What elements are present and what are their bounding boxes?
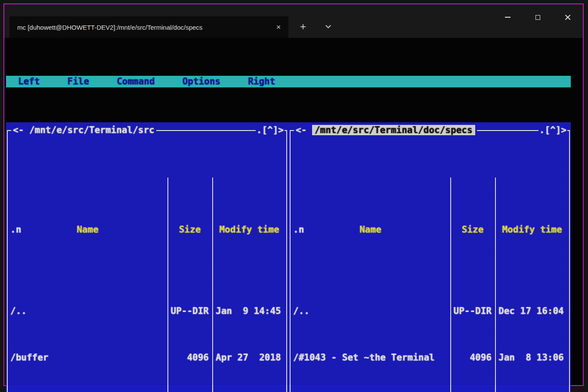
right-panel-directory: /mnt/e/src/Terminal/doc/specs (312, 125, 475, 135)
sort-indicator: .n (293, 224, 304, 236)
menu-bar: Left File Command Options Right (6, 76, 571, 87)
menu-item[interactable]: File (68, 76, 90, 87)
right-column-headers: .nName Size Modify time (291, 224, 569, 236)
name-column-header[interactable]: .nName (8, 224, 167, 236)
left-panel: <- /mnt/e/src/Terminal/src .[^]> .nName … (7, 130, 287, 392)
maximize-icon (535, 15, 540, 20)
history-back-arrow[interactable]: <- (296, 125, 312, 135)
history-back-arrow[interactable]: <- (13, 125, 29, 135)
menu-item[interactable]: Left (18, 76, 40, 87)
terminal-screen: Left File Command Options Right <- /mnt/… (4, 38, 583, 385)
plus-icon: + (300, 21, 306, 33)
file-size: 4096 (450, 352, 495, 364)
terminal-window: mc [duhowett@DHOWETT-DEV2]:/mnt/e/src/Te… (3, 3, 584, 386)
left-panel-body: .nName Size Modify time /.. UP--DIR Jan … (8, 177, 286, 392)
tab-title: mc [duhowett@DHOWETT-DEV2]:/mnt/e/src/Te… (17, 24, 272, 31)
left-file-list: /.. UP--DIR Jan 9 14:45 /buffer 4096 Apr… (8, 259, 286, 392)
file-row[interactable]: /.. UP--DIR Dec 17 16:04 (291, 305, 569, 317)
left-panel-path[interactable]: <- /mnt/e/src/Terminal/src (11, 124, 156, 136)
file-size: UP--DIR (450, 305, 495, 317)
file-modify-time: Dec 17 16:04 (495, 305, 569, 317)
file-name: /.. (291, 305, 450, 317)
right-file-list: /.. UP--DIR Dec 17 16:04 /#1043 - Set ~t… (291, 259, 569, 392)
tab-close-icon[interactable]: × (272, 21, 285, 34)
size-column-header[interactable]: Size (167, 224, 212, 236)
file-modify-time: Jan 9 14:45 (212, 305, 286, 317)
modify-column-header[interactable]: Modify time (495, 224, 569, 236)
file-modify-time: Jan 8 13:06 (495, 352, 569, 364)
right-panel: <- /mnt/e/src/Terminal/doc/specs .[^]> .… (290, 130, 570, 392)
close-button[interactable]: × (553, 4, 583, 30)
terminal-tab[interactable]: mc [duhowett@DHOWETT-DEV2]:/mnt/e/src/Te… (9, 16, 288, 38)
panels-region: <- /mnt/e/src/Terminal/src .[^]> .nName … (6, 122, 571, 392)
file-row[interactable]: /#1043 - Set ~the Terminal 4096 Jan 8 13… (291, 352, 569, 364)
maximize-button[interactable] (523, 4, 553, 30)
menu-item[interactable]: Options (183, 76, 221, 87)
menu-item[interactable]: Right (248, 76, 275, 87)
name-column-header[interactable]: .nName (291, 224, 450, 236)
file-name: /#1043 - Set ~the Terminal (291, 352, 450, 364)
sort-indicator: .n (10, 224, 21, 236)
file-row[interactable]: /.. UP--DIR Jan 9 14:45 (8, 305, 286, 317)
minimize-icon (505, 17, 511, 18)
window-controls: × (492, 4, 583, 30)
file-name: /buffer (8, 352, 167, 364)
left-panel-up-button[interactable]: .[^]> (256, 124, 285, 136)
chevron-down-icon (325, 23, 331, 28)
size-column-header[interactable]: Size (450, 224, 495, 236)
new-tab-button[interactable]: + (296, 20, 310, 34)
column-divider (212, 177, 213, 392)
file-modify-time: Apr 27 2018 (212, 352, 286, 364)
close-icon: × (564, 12, 572, 22)
column-divider (495, 177, 496, 392)
modify-column-header[interactable]: Modify time (212, 224, 286, 236)
file-row[interactable]: /buffer 4096 Apr 27 2018 (8, 352, 286, 364)
file-name: /.. (8, 305, 167, 317)
file-size: UP--DIR (167, 305, 212, 317)
column-divider (450, 177, 451, 392)
menu-item[interactable]: Command (117, 76, 155, 87)
column-divider (167, 177, 168, 392)
tab-dropdown-button[interactable] (321, 20, 335, 34)
minimize-button[interactable] (492, 4, 523, 30)
titlebar: mc [duhowett@DHOWETT-DEV2]:/mnt/e/src/Te… (4, 4, 583, 38)
file-size: 4096 (167, 352, 212, 364)
right-panel-body: .nName Size Modify time /.. UP--DIR Dec … (291, 177, 569, 392)
left-panel-directory: /mnt/e/src/Terminal/src (29, 125, 155, 135)
right-panel-path[interactable]: <- /mnt/e/src/Terminal/doc/specs (294, 124, 477, 136)
right-panel-up-button[interactable]: .[^]> (538, 124, 567, 136)
midnight-commander: Left File Command Options Right <- /mnt/… (6, 41, 571, 392)
left-column-headers: .nName Size Modify time (8, 224, 286, 236)
